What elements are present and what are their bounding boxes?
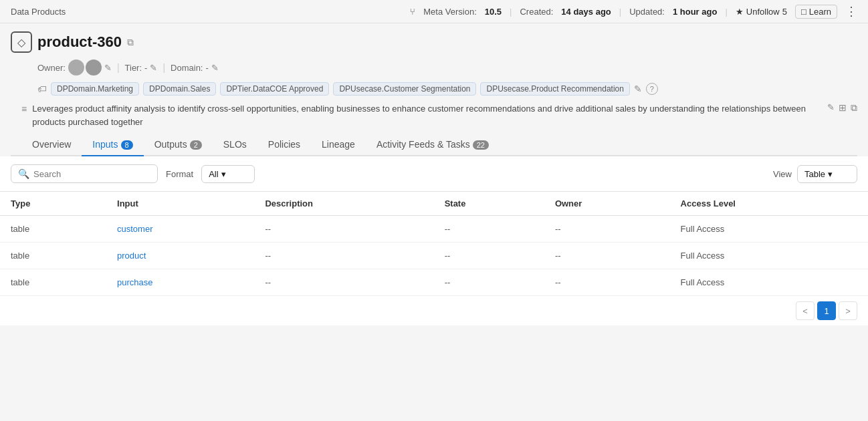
breadcrumb: Data Products <box>11 7 66 17</box>
format-label: Format <box>166 169 193 179</box>
tags-edit-icon[interactable]: ✎ <box>634 84 642 94</box>
copy-icon[interactable]: ⧉ <box>127 37 134 48</box>
row-2-access-level: Full Access <box>670 269 868 296</box>
updated-label: Updated: <box>629 7 665 17</box>
page-1-button[interactable]: 1 <box>817 301 836 320</box>
row-0-access-level: Full Access <box>670 216 868 243</box>
inputs-table: Type Input Description State Owner Acces… <box>0 192 868 296</box>
row-0-description: -- <box>254 216 433 243</box>
tab-activity[interactable]: Activity Feeds & Tasks22 <box>366 134 500 156</box>
row-2-input-link[interactable]: purchase <box>117 277 152 287</box>
tag-0[interactable]: DPDomain.Marketing <box>51 82 139 96</box>
created-label: Created: <box>520 7 553 17</box>
row-1-input[interactable]: product <box>106 243 254 269</box>
unfollow-count: 5 <box>782 7 787 17</box>
tier-edit-icon[interactable]: ✎ <box>150 63 157 73</box>
row-1-input-link[interactable]: product <box>117 251 146 261</box>
domain-label: Domain: <box>171 63 203 73</box>
prev-page-button[interactable]: < <box>796 301 815 320</box>
tag-3[interactable]: DPUsecase.Customer Segmentation <box>333 82 476 96</box>
content-area: 🔍 Format All ▾ View Table ▾ Type Input <box>0 156 868 325</box>
meta-version-icon: ⑂ <box>410 7 415 17</box>
table-header-row: Type Input Description State Owner Acces… <box>0 192 868 216</box>
tab-lineage[interactable]: Lineage <box>311 134 366 156</box>
description-text: Leverages product affinity analysis to i… <box>32 102 822 128</box>
row-2-state: -- <box>434 269 544 296</box>
star-icon: ★ <box>736 7 744 17</box>
row-1-type: table <box>0 243 106 269</box>
created-value: 14 days ago <box>561 7 611 17</box>
format-dropdown[interactable]: All ▾ <box>201 165 255 183</box>
meta-row: Owner: ✎ | Tier: - ✎ | Domain: - ✎ <box>11 59 857 76</box>
owner-edit-icon[interactable]: ✎ <box>104 63 112 73</box>
product-header: ◇ product-360 ⧉ Owner: ✎ | Tier: - ✎ | D… <box>0 23 868 156</box>
divider-1: | <box>117 62 120 73</box>
next-page-button[interactable]: > <box>839 301 857 320</box>
col-type: Type <box>0 192 106 216</box>
product-title-row: ◇ product-360 ⧉ <box>11 31 857 53</box>
view-dropdown[interactable]: Table ▾ <box>797 165 857 183</box>
separator-2: | <box>619 7 621 17</box>
description-row: ≡ Leverages product affinity analysis to… <box>11 102 857 128</box>
search-input[interactable] <box>33 169 150 179</box>
format-value: All <box>209 169 218 179</box>
row-0-type: table <box>0 216 106 243</box>
learn-button[interactable]: □ Learn <box>795 5 837 19</box>
tag-1[interactable]: DPDomain.Sales <box>143 82 216 96</box>
learn-label: Learn <box>809 7 831 17</box>
row-2-type: table <box>0 269 106 296</box>
filter-left: 🔍 Format All ▾ <box>11 164 255 183</box>
unfollow-button[interactable]: ★ Unfollow 5 <box>736 7 787 17</box>
row-0-owner: -- <box>544 216 670 243</box>
tags-info-icon: ? <box>646 83 658 95</box>
description-actions: ✎ ⊞ ⧉ <box>827 102 857 114</box>
tag-4[interactable]: DPUsecase.Product Recommendation <box>480 82 629 96</box>
row-2-owner: -- <box>544 269 670 296</box>
avatar-1 <box>68 59 84 76</box>
tab-inputs[interactable]: Inputs8 <box>82 134 143 156</box>
domain-edit-icon[interactable]: ✎ <box>211 63 219 73</box>
meta-version-value: 10.5 <box>485 7 502 17</box>
more-button[interactable]: ⋮ <box>845 4 857 19</box>
search-box[interactable]: 🔍 <box>11 164 158 183</box>
col-access-level: Access Level <box>670 192 868 216</box>
tier-section: Tier: - ✎ <box>125 63 158 73</box>
row-0-input-link[interactable]: customer <box>117 224 152 234</box>
tab-overview[interactable]: Overview <box>21 134 82 156</box>
row-1-state: -- <box>434 243 544 269</box>
product-icon: ◇ <box>11 31 32 53</box>
view-value: Table <box>804 169 825 179</box>
table-container: Type Input Description State Owner Acces… <box>0 192 868 296</box>
row-0-input[interactable]: customer <box>106 216 254 243</box>
row-1-access-level: Full Access <box>670 243 868 269</box>
domain-section: Domain: - ✎ <box>171 63 219 73</box>
tier-value: - <box>144 63 147 73</box>
tab-policies[interactable]: Policies <box>257 134 311 156</box>
unfollow-label: Unfollow <box>746 7 780 17</box>
description-edit-icon[interactable]: ✎ <box>827 102 835 114</box>
avatar-2 <box>86 59 102 76</box>
tab-slos[interactable]: SLOs <box>213 134 257 156</box>
tag-icon: 🏷 <box>37 84 47 94</box>
col-input: Input <box>106 192 254 216</box>
chevron-down-icon: ▾ <box>221 169 226 179</box>
row-0-state: -- <box>434 216 544 243</box>
table-chevron-down-icon: ▾ <box>828 169 833 179</box>
tab-outputs[interactable]: Outputs2 <box>144 134 213 156</box>
description-expand-icon[interactable]: ⊞ <box>839 102 847 114</box>
search-icon: 🔍 <box>18 168 29 179</box>
separator-3: | <box>725 7 727 17</box>
table-row: table product -- -- -- Full Access <box>0 243 868 269</box>
filter-bar: 🔍 Format All ▾ View Table ▾ <box>0 156 868 192</box>
tag-2[interactable]: DPTier.DataCOE Approved <box>220 82 329 96</box>
row-1-description: -- <box>254 243 433 269</box>
outputs-badge: 2 <box>190 140 202 150</box>
separator-1: | <box>510 7 512 17</box>
meta-version-label: Meta Version: <box>423 7 477 17</box>
activity-badge: 22 <box>473 140 489 150</box>
product-title: product-360 <box>37 33 122 51</box>
row-2-input[interactable]: purchase <box>106 269 254 296</box>
filter-right: View Table ▾ <box>773 165 857 183</box>
description-copy-icon[interactable]: ⧉ <box>851 102 857 114</box>
tier-label: Tier: <box>125 63 142 73</box>
